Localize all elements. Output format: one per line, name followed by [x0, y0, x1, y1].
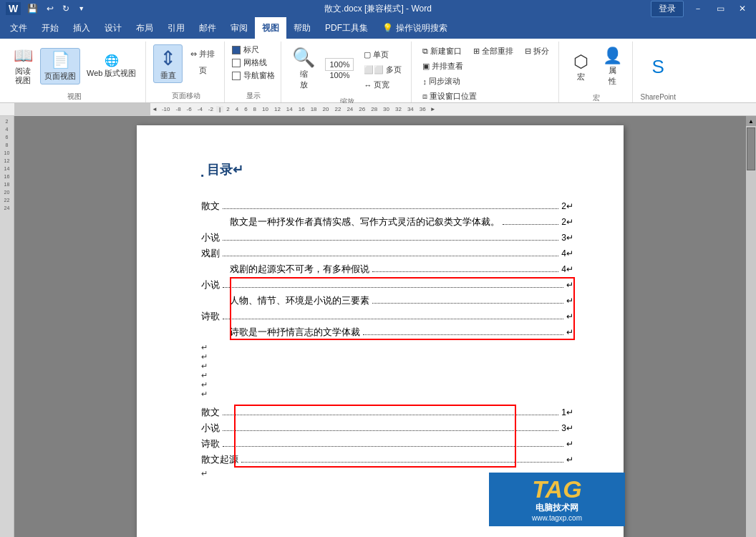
macro-buttons: ⬡ 宏 👤 属性 — [566, 42, 626, 92]
pagemove-buttons: ⇕ 垂直 ⇔ 并排 页 — [153, 42, 218, 90]
newwindow-button[interactable]: ⧉ 新建窗口 — [419, 44, 465, 58]
arrangeall-icon: ⊞ — [473, 47, 480, 56]
property-button[interactable]: 👤 属性 — [598, 44, 626, 89]
page2-entry-4: 散文起源 ↵ — [201, 453, 573, 466]
login-button[interactable]: 登录 — [651, 1, 684, 17]
sidebyside-button[interactable]: ⇔ 并排 — [187, 47, 218, 61]
syncscroll-icon: ↕ — [422, 77, 427, 86]
group-show: 标尺 网格线 导航窗格 显示 — [226, 42, 281, 102]
onepage-icon: ▢ — [364, 50, 371, 59]
toc-entry-3: 小说 3↵ — [201, 231, 573, 244]
vertical-icon: ⇕ — [160, 47, 176, 70]
redo-quick-access[interactable]: ↻ — [60, 4, 72, 14]
tab-layout[interactable]: 布局 — [129, 17, 160, 39]
ribbon-content: 📖 阅读视图 📄 页面视图 🌐 Web 版式视图 视图 ⇕ — [0, 39, 756, 103]
tab-mail[interactable]: 邮件 — [192, 17, 223, 39]
web-view-button[interactable]: 🌐 Web 版式视图 — [83, 52, 140, 80]
vertical-button[interactable]: ⇕ 垂直 — [153, 44, 183, 83]
zoom-100-button[interactable]: 100% 100% — [321, 56, 357, 82]
multipage-icon: ⬜⬜ — [364, 65, 384, 74]
navpane-checkbox-row[interactable]: 导航窗格 — [232, 70, 275, 81]
document-area[interactable]: ■ 目录↵ 散文 2↵ 散文是一种抒发作者真情实感、写作方式灵活的记叙类文学体裁… — [14, 116, 746, 537]
tab-help[interactable]: 帮助 — [286, 17, 318, 39]
tab-references[interactable]: 引用 — [160, 17, 192, 39]
show-group-label: 显示 — [246, 90, 261, 102]
group-macro: ⬡ 宏 👤 属性 宏 — [561, 42, 633, 102]
split-button[interactable]: ⊟ 拆分 — [521, 44, 553, 58]
zoom-100-label: 100% — [329, 71, 349, 79]
onepage-label: 单页 — [373, 49, 389, 60]
group-window: ⧉ 新建窗口 ⊞ 全部重排 ⊟ 拆分 ▣ 并排查看 — [413, 42, 559, 102]
tab-view[interactable]: 视图 — [255, 17, 286, 39]
toc-entry-6: 小说 ↵ — [201, 279, 573, 291]
gridlines-checkbox-row[interactable]: 网格线 — [232, 57, 267, 68]
ruler-checkbox[interactable] — [232, 46, 241, 54]
ruler-label: 标尺 — [243, 44, 259, 55]
horizontal-ruler: ◄ -10 -8 -6 -4 -2 | 2 4 6 8 10 12 14 16 … — [0, 103, 756, 116]
zoom-button[interactable]: 🔍 缩放 — [289, 44, 319, 92]
ribbon-tab-bar: 文件 开始 插入 设计 布局 引用 邮件 审阅 视图 帮助 PDF工具集 💡操作… — [0, 17, 756, 39]
sp-icon: S — [652, 56, 664, 78]
tab-insert[interactable]: 插入 — [66, 17, 97, 39]
restore-button[interactable]: ▭ — [712, 4, 729, 14]
pages-button[interactable]: 页 — [195, 64, 210, 77]
customize-quick-access[interactable]: ▼ — [76, 5, 87, 12]
scroll-up-button[interactable]: ▲ — [746, 116, 756, 126]
macro-button[interactable]: ⬡ 宏 — [566, 49, 595, 84]
tab-review[interactable]: 审阅 — [223, 17, 255, 39]
syncscroll-button[interactable]: ↕ 同步滚动 — [419, 74, 480, 88]
zoom-buttons: 🔍 缩放 100% 100% ▢ 单页 ⬜⬜ 多页 — [289, 42, 405, 95]
tab-design[interactable]: 设计 — [97, 17, 129, 39]
newwindow-icon: ⧉ — [422, 47, 428, 56]
navpane-label: 导航窗格 — [243, 70, 275, 81]
vertical-scrollbar[interactable]: ▲ ▼ — [746, 116, 756, 537]
web-view-icon: 🌐 — [105, 54, 119, 67]
onepage-button[interactable]: ▢ 单页 — [360, 48, 405, 62]
zoom-icon: 🔍 — [292, 47, 315, 69]
gridlines-checkbox[interactable] — [232, 59, 241, 67]
tab-home[interactable]: 开始 — [34, 17, 66, 39]
tab-file[interactable]: 文件 — [3, 17, 34, 39]
toc-entry-5: 戏剧的起源实不可考，有多种假说 4↵ — [201, 263, 573, 276]
split-label: 拆分 — [533, 46, 549, 57]
title-center: 散文.docx [兼容模式] - Word — [0, 3, 756, 15]
ruler-checkbox-row[interactable]: 标尺 — [232, 44, 259, 55]
close-button[interactable]: ✕ — [735, 4, 750, 14]
word-icon: W — [6, 2, 21, 15]
zoom-label: 缩放 — [300, 69, 308, 90]
resetpos-icon: ⧈ — [422, 92, 427, 101]
arrangeall-button[interactable]: ⊞ 全部重排 — [470, 44, 517, 58]
minimize-button[interactable]: － — [689, 3, 707, 15]
pagewidth-button[interactable]: ↔ 页宽 — [360, 78, 405, 92]
group-views: 📖 阅读视图 📄 页面视图 🌐 Web 版式视图 视图 — [3, 42, 146, 102]
tab-tips[interactable]: 💡操作说明搜索 — [375, 17, 455, 39]
page2-entry-1: 散文 1↵ — [201, 406, 573, 419]
page-view-button[interactable]: 📄 页面视图 — [40, 48, 80, 84]
ribbon: 文件 开始 插入 设计 布局 引用 邮件 审阅 视图 帮助 PDF工具集 💡操作… — [0, 17, 756, 103]
gridlines-label: 网格线 — [243, 57, 267, 68]
scroll-thumb[interactable] — [747, 127, 755, 170]
page-view-icon: 📄 — [51, 51, 70, 69]
main-area: 2 4 6 8 10 12 14 16 18 20 22 24 ■ 目录↵ 散文… — [0, 116, 756, 537]
page2-entry-2: 小说 3↵ — [201, 422, 573, 435]
tag-site-name: 电脑技术网 — [536, 502, 578, 514]
tag-watermark: TAG 电脑技术网 www.tagxp.com — [489, 473, 625, 526]
sidebyside-win-button[interactable]: ▣ 并排查看 — [419, 59, 480, 73]
sp-buttons: S — [644, 42, 672, 92]
save-quick-access[interactable]: 💾 — [25, 4, 40, 14]
views-buttons: 📖 阅读视图 📄 页面视图 🌐 Web 版式视图 — [9, 42, 140, 90]
tag-logo-text: TAG — [532, 477, 581, 501]
tab-pdf[interactable]: PDF工具集 — [318, 17, 375, 39]
zoom-pct-display: 100% — [325, 58, 354, 71]
read-view-button[interactable]: 📖 阅读视图 — [9, 44, 37, 87]
undo-quick-access[interactable]: ↩ — [44, 4, 56, 14]
window-title: 散文.docx [兼容模式] - Word — [324, 4, 432, 14]
arrangeall-label: 全部重排 — [482, 46, 513, 57]
sp-group-label: SharePoint — [640, 92, 675, 102]
title-bar: W 💾 ↩ ↻ ▼ 散文.docx [兼容模式] - Word 登录 － ▭ ✕ — [0, 0, 756, 17]
multipage-button[interactable]: ⬜⬜ 多页 — [360, 63, 405, 77]
property-icon: 👤 — [603, 47, 622, 65]
sharepoint-button[interactable]: S — [644, 54, 672, 80]
navpane-checkbox[interactable] — [232, 72, 241, 80]
pagemove-group-label: 页面移动 — [172, 90, 200, 102]
